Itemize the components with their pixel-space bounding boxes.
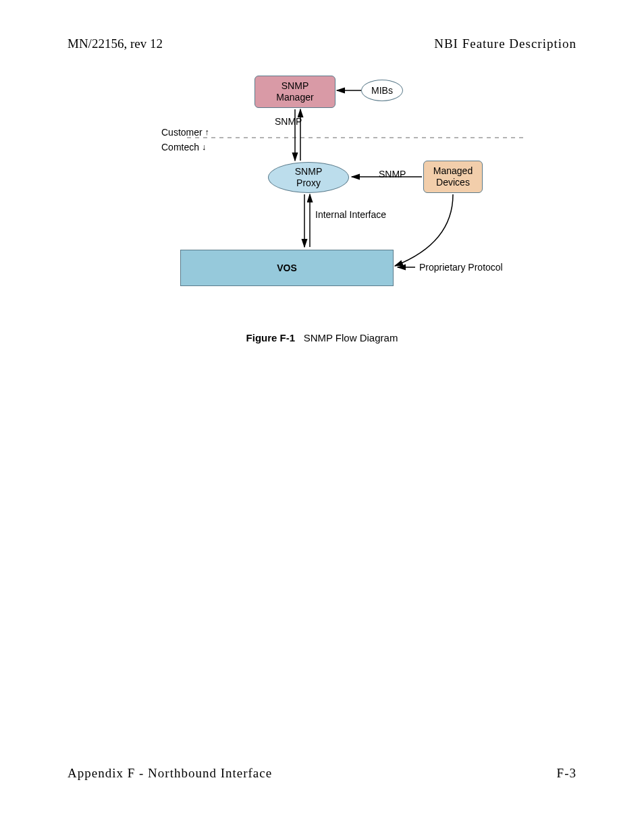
node-label: SNMP Proxy [295, 166, 322, 189]
label-snmp-mid: SNMP [379, 169, 406, 180]
label-text: Customer [161, 127, 203, 138]
label-internal-interface: Internal Interface [315, 209, 386, 220]
footer-left: Appendix F - Northbound Interface [68, 766, 272, 781]
node-mibs: MIBs [361, 80, 403, 101]
label-customer: Customer ↑ [161, 127, 209, 138]
figure: SNMP Manager MIBs SNMP Proxy Managed Dev… [0, 67, 644, 343]
label-snmp-top: SNMP [275, 116, 302, 127]
node-managed-devices: Managed Devices [423, 161, 483, 193]
figure-title: SNMP Flow Diagram [304, 332, 398, 343]
arrow-up-icon: ↑ [205, 127, 210, 137]
page-header: MN/22156, rev 12 NBI Feature Description [68, 36, 576, 51]
label-proprietary-protocol: Proprietary Protocol [419, 262, 503, 273]
node-label: Managed Devices [433, 165, 473, 188]
snmp-flow-diagram: SNMP Manager MIBs SNMP Proxy Managed Dev… [187, 67, 552, 310]
node-snmp-manager: SNMP Manager [254, 76, 336, 108]
node-label: VOS [277, 263, 297, 274]
node-vos: VOS [180, 250, 394, 286]
arrow-down-icon: ↓ [202, 142, 207, 152]
node-label: SNMP Manager [276, 80, 313, 103]
page-footer: Appendix F - Northbound Interface F-3 [68, 766, 576, 781]
footer-right: F-3 [557, 766, 576, 781]
header-left: MN/22156, rev 12 [68, 36, 163, 51]
figure-label: Figure F-1 [246, 332, 296, 343]
node-label: MIBs [371, 85, 393, 96]
figure-caption: Figure F-1 SNMP Flow Diagram [246, 332, 398, 343]
node-snmp-proxy: SNMP Proxy [268, 162, 349, 193]
label-text: Comtech [161, 142, 199, 153]
header-right: NBI Feature Description [434, 36, 576, 51]
label-comtech: Comtech ↓ [161, 142, 206, 153]
